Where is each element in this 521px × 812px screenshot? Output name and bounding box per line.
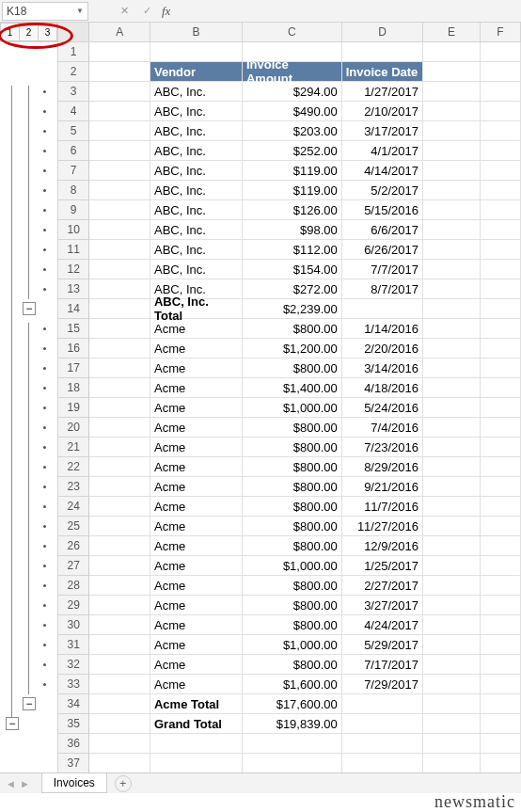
- cell-E[interactable]: [423, 635, 481, 655]
- name-box[interactable]: K18 ▼: [2, 2, 88, 21]
- row-header[interactable]: 31: [58, 635, 89, 655]
- cell-A[interactable]: [89, 497, 150, 517]
- row-header[interactable]: 12: [58, 260, 89, 279]
- cell-B[interactable]: Vendor: [150, 62, 243, 82]
- row-header[interactable]: 13: [58, 279, 89, 299]
- cell-E[interactable]: [423, 714, 481, 734]
- cell-F[interactable]: [481, 694, 521, 714]
- cell-C[interactable]: $98.00: [243, 220, 342, 240]
- col-header-A[interactable]: A: [89, 23, 150, 41]
- cell-B[interactable]: Acme: [150, 675, 243, 694]
- cell-D[interactable]: 7/17/2017: [342, 655, 423, 675]
- col-header-B[interactable]: B: [150, 23, 243, 41]
- col-header-C[interactable]: C: [243, 23, 342, 41]
- cell-C[interactable]: $800.00: [243, 517, 342, 536]
- cell-D[interactable]: 4/24/2017: [342, 615, 423, 635]
- cell-F[interactable]: [481, 655, 521, 675]
- cell-F[interactable]: [481, 299, 521, 319]
- cell-B[interactable]: Acme: [150, 517, 243, 536]
- cell-A[interactable]: [89, 556, 150, 576]
- cell-E[interactable]: [423, 536, 481, 556]
- cell-A[interactable]: [89, 339, 150, 358]
- row-header[interactable]: 33: [58, 675, 89, 694]
- col-header-D[interactable]: D: [342, 23, 423, 41]
- row-header[interactable]: 7: [58, 161, 89, 181]
- cell-A[interactable]: [89, 378, 150, 398]
- cell-B[interactable]: ABC, Inc.: [150, 260, 243, 279]
- cell-E[interactable]: [423, 655, 481, 675]
- cell-A[interactable]: [89, 457, 150, 477]
- cell-A[interactable]: [89, 42, 150, 62]
- cell-E[interactable]: [423, 418, 481, 438]
- cell-A[interactable]: [89, 517, 150, 536]
- cell-E[interactable]: [423, 378, 481, 398]
- cell-E[interactable]: [423, 615, 481, 635]
- cell-C[interactable]: $800.00: [243, 319, 342, 339]
- row-header[interactable]: 1: [58, 42, 89, 62]
- chevron-down-icon[interactable]: ▼: [76, 7, 84, 15]
- outline-level-3[interactable]: 3: [39, 23, 57, 41]
- add-sheet-button[interactable]: +: [115, 775, 132, 792]
- row-header[interactable]: 15: [58, 319, 89, 339]
- cell-D[interactable]: 11/7/2016: [342, 497, 423, 517]
- cell-F[interactable]: [481, 497, 521, 517]
- cell-E[interactable]: [423, 260, 481, 279]
- cell-D[interactable]: 5/29/2017: [342, 635, 423, 655]
- cell-D[interactable]: 3/27/2017: [342, 596, 423, 615]
- cell-E[interactable]: [423, 200, 481, 220]
- cell-D[interactable]: 3/17/2017: [342, 121, 423, 141]
- cell-D[interactable]: 1/14/2016: [342, 319, 423, 339]
- cell-D[interactable]: 5/2/2017: [342, 181, 423, 200]
- cell-A[interactable]: [89, 161, 150, 181]
- row-header[interactable]: 3: [58, 82, 89, 102]
- cell-A[interactable]: [89, 418, 150, 438]
- cell-C[interactable]: [243, 754, 342, 773]
- cell-D[interactable]: [342, 42, 423, 62]
- cell-B[interactable]: Acme: [150, 457, 243, 477]
- cell-E[interactable]: [423, 220, 481, 240]
- outline-collapse-button[interactable]: −: [23, 302, 36, 315]
- cell-B[interactable]: Acme: [150, 635, 243, 655]
- cell-E[interactable]: [423, 754, 481, 773]
- cell-C[interactable]: $1,000.00: [243, 635, 342, 655]
- cell-C[interactable]: $1,600.00: [243, 675, 342, 694]
- cell-A[interactable]: [89, 438, 150, 457]
- cell-F[interactable]: [481, 240, 521, 260]
- row-header[interactable]: 24: [58, 497, 89, 517]
- cell-B[interactable]: Acme: [150, 358, 243, 378]
- cell-A[interactable]: [89, 299, 150, 319]
- cell-B[interactable]: ABC, Inc.: [150, 141, 243, 161]
- cell-F[interactable]: [481, 596, 521, 615]
- outline-collapse-button[interactable]: −: [23, 697, 36, 710]
- cell-E[interactable]: [423, 358, 481, 378]
- cell-B[interactable]: Acme: [150, 596, 243, 615]
- cell-C[interactable]: $490.00: [243, 102, 342, 121]
- cell-C[interactable]: [243, 734, 342, 754]
- cell-A[interactable]: [89, 754, 150, 773]
- cell-D[interactable]: 2/10/2017: [342, 102, 423, 121]
- cell-D[interactable]: 11/27/2016: [342, 517, 423, 536]
- row-header[interactable]: 20: [58, 418, 89, 438]
- cell-B[interactable]: Acme: [150, 339, 243, 358]
- cell-F[interactable]: [481, 734, 521, 754]
- cell-D[interactable]: [342, 734, 423, 754]
- cell-B[interactable]: ABC, Inc.: [150, 82, 243, 102]
- cell-E[interactable]: [423, 141, 481, 161]
- cell-C[interactable]: $800.00: [243, 457, 342, 477]
- cell-A[interactable]: [89, 477, 150, 497]
- cell-B[interactable]: Acme: [150, 615, 243, 635]
- cell-C[interactable]: $800.00: [243, 358, 342, 378]
- row-header[interactable]: 37: [58, 754, 89, 773]
- cell-C[interactable]: $800.00: [243, 497, 342, 517]
- cell-F[interactable]: [481, 161, 521, 181]
- cell-B[interactable]: ABC, Inc.: [150, 240, 243, 260]
- cell-B[interactable]: Acme: [150, 576, 243, 596]
- cell-C[interactable]: $119.00: [243, 161, 342, 181]
- cell-B[interactable]: [150, 754, 243, 773]
- cell-D[interactable]: 9/21/2016: [342, 477, 423, 497]
- cell-C[interactable]: $800.00: [243, 438, 342, 457]
- cell-A[interactable]: [89, 655, 150, 675]
- row-header[interactable]: 21: [58, 438, 89, 457]
- cell-E[interactable]: [423, 42, 481, 62]
- outline-level-2[interactable]: 2: [20, 23, 39, 41]
